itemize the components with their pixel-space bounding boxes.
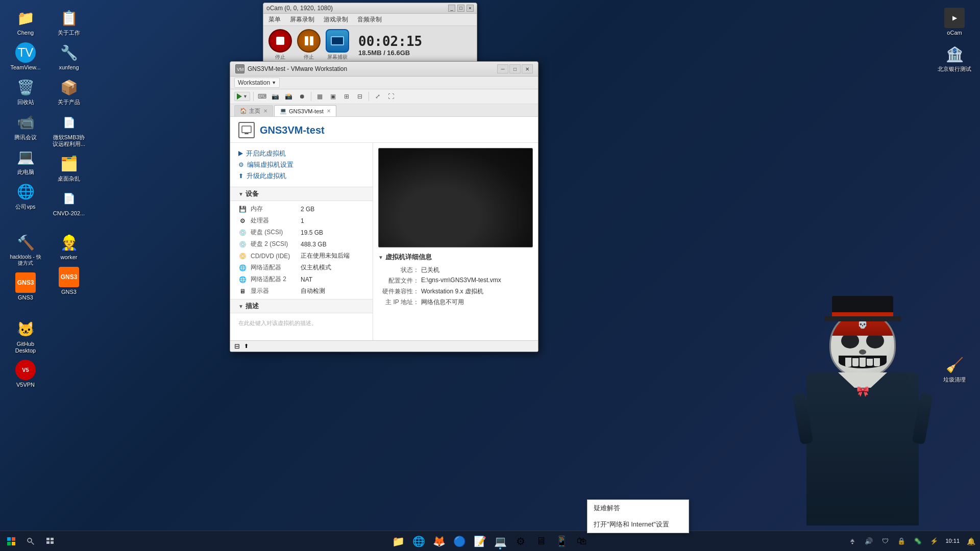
hardware-value: Workstation 9.x 虚拟机 [421, 287, 483, 296]
nic1-name: 网络适配器 [251, 263, 297, 272]
context-menu-item-troubleshoot[interactable]: 疑难解答 [587, 500, 689, 516]
desktop-icon-worker[interactable]: 👷 worker [48, 230, 89, 263]
tray-volume-icon[interactable]: 🔊 [862, 534, 876, 548]
memory-value: 2 GB [301, 206, 314, 213]
tray-security-icon[interactable]: 🛡 [878, 534, 892, 548]
products-label: 关于产品 [58, 99, 80, 106]
desktop-icon-tencent[interactable]: 📹 腾讯会议 [5, 110, 46, 143]
tb-send-keys-button[interactable]: ⌨ [257, 91, 268, 102]
devices-section-header[interactable]: ▼ 设备 [230, 187, 373, 201]
tb-view1-button[interactable]: ▦ [314, 91, 326, 102]
v5vpn-icon: V5 [15, 360, 36, 380]
workstation-menu-button[interactable]: Workstation ▼ [234, 78, 280, 88]
search-button[interactable] [21, 532, 40, 550]
start-vm-link[interactable]: 开启此虚拟机 [238, 148, 364, 159]
start-button[interactable] [2, 532, 20, 550]
ocam-close-button[interactable]: × [467, 5, 474, 12]
tab-gns3vm[interactable]: 💻 GNS3VM-test ✕ [274, 105, 336, 116]
taskbar-app-files[interactable]: 📁 [389, 532, 407, 550]
desktop-icon-xunfeng[interactable]: 🔧 xunfeng [48, 40, 89, 73]
ocam-stop-button[interactable] [268, 29, 292, 53]
desktop-icon-ocam[interactable]: ▶ oCam [934, 5, 975, 39]
desktop-icon-companyvps[interactable]: 🌐 公司vps [5, 179, 46, 213]
hdd2-icon: 💿 [238, 240, 247, 248]
memory-icon: 💾 [238, 205, 247, 213]
vmware-minimize-button[interactable]: ─ [497, 64, 508, 73]
vm-details-title: 虚拟机详细信息 [385, 253, 432, 262]
tb-fullscreen-button[interactable]: ⛶ [385, 91, 397, 102]
desktop-icon-aboutwork[interactable]: 📋 关于工作 [48, 5, 89, 39]
taskbar-app-unknown[interactable]: 📱 [552, 532, 571, 550]
ocam-screen-button[interactable] [326, 29, 349, 53]
tab-gns3vm-close-icon[interactable]: ✕ [327, 108, 331, 114]
desktop-icon-products[interactable]: 📦 关于产品 [48, 74, 89, 108]
taskbar-app-terminal[interactable]: 🖥 [532, 532, 550, 550]
taskbar-app-chrome[interactable]: 🔵 [450, 532, 469, 550]
vm-name-title: GNS3VM-test [260, 124, 325, 136]
description-section-header[interactable]: ▼ 描述 [230, 299, 373, 313]
play-button[interactable]: ▼ [234, 92, 250, 101]
desktop-icon-gns3a[interactable]: GNS3 GNS3 [5, 270, 46, 304]
vm-preview[interactable] [378, 148, 533, 247]
svg-text:VM: VM [237, 67, 244, 72]
desktop-icon-v5vpn[interactable]: V5 V5VPN [5, 357, 46, 391]
ocam-stop-label: 停止 [275, 54, 285, 61]
tb-screenshot-button[interactable]: 📷 [270, 91, 281, 102]
tb-record-button[interactable]: ⏺ [297, 91, 308, 102]
notification-button[interactable]: 🔔 [964, 534, 978, 548]
tray-antivirus-icon[interactable]: 🦠 [911, 534, 925, 548]
tray-vpn-icon[interactable]: 🔒 [894, 534, 909, 548]
cpu-icon: ⚙ [238, 217, 247, 225]
task-view-button[interactable] [41, 532, 59, 550]
taskbar-app-store[interactable]: 🛍 [573, 532, 591, 550]
ocam-pause-button[interactable] [297, 29, 321, 53]
ocam-menu-menu[interactable]: 菜单 [266, 15, 283, 24]
desktop-icon-cheng[interactable]: 📁 Cheng [5, 5, 46, 39]
ocam-maximize-button[interactable]: □ [457, 5, 464, 12]
vmware-maximize-button[interactable]: □ [509, 64, 521, 73]
edit-vm-link[interactable]: ⚙ 编辑虚拟机设置 [238, 159, 364, 170]
desktop-icon-cleanup[interactable]: 🧹 垃圾清理 [934, 352, 975, 386]
statusbar-expand-icon: ⬆ [244, 343, 249, 349]
desktop-icon-bank[interactable]: 🏦 北京银行测试 [934, 41, 975, 75]
tb-view3-button[interactable]: ⊞ [341, 91, 352, 102]
tab-home-close-icon[interactable]: ✕ [263, 108, 267, 114]
system-clock[interactable]: 10:11 [943, 536, 962, 546]
taskbar-app-word[interactable]: 📝 [471, 532, 489, 550]
desktop-icon-cnvd[interactable]: 📄 CNVD-202... [48, 186, 89, 219]
tray-misc-icon[interactable]: ⚡ [927, 534, 941, 548]
tray-network-icon[interactable] [845, 534, 860, 548]
xunfeng-label: xunfeng [59, 64, 79, 71]
desktop-icon-recycle[interactable]: 🗑️ 回收站 [5, 74, 46, 108]
upgrade-vm-link[interactable]: ⬆ 升级此虚拟机 [238, 170, 364, 182]
config-value: E:\gns-vm\GNS3VM-test.vmx [421, 277, 501, 284]
tab-home[interactable]: 🏠 主页 ✕ [234, 105, 273, 116]
taskbar-app-browser1[interactable]: 🌐 [409, 532, 428, 550]
desktop-icon-hacktools[interactable]: 🔨 hacktools - 快捷方式 [5, 230, 46, 269]
ocam-minimize-button[interactable]: _ [448, 5, 455, 12]
vmware-window-controls: ─ □ ✕ [497, 64, 533, 73]
desktop-icon-desktopclutter[interactable]: 🗂️ 桌面杂乱 [48, 151, 89, 185]
tb-fit-button[interactable]: ⤢ [372, 91, 383, 102]
tb-view2-button[interactable]: ▣ [328, 91, 339, 102]
taskbar-app-firefox[interactable]: 🦊 [430, 532, 448, 550]
tab-gns3vm-label: GNS3VM-test [289, 108, 324, 114]
ocam-menu-audio[interactable]: 音频录制 [355, 15, 384, 24]
statusbar-icon: ⊟ [234, 342, 240, 350]
desktop-icon-gns3b[interactable]: GNS3 GNS3 [48, 264, 89, 298]
taskbar-left [2, 532, 59, 550]
taskbar-app-settings[interactable]: ⚙ [511, 532, 530, 550]
desktop-icon-thispc[interactable]: 💻 此电脑 [5, 144, 46, 178]
desktop-icon-teamviewer[interactable]: TV TeamView... [5, 40, 46, 73]
cpu-name: 处理器 [251, 216, 297, 225]
context-menu-item-network-settings[interactable]: 打开"网络和 Internet"设置 [587, 516, 689, 533]
nic2-name: 网络适配器 2 [251, 275, 297, 284]
ocam-menu-screen[interactable]: 屏幕录制 [288, 15, 316, 24]
ocam-menu-game[interactable]: 游戏录制 [322, 15, 350, 24]
desktop-icon-github[interactable]: 🐱 GitHubDesktop [5, 316, 46, 357]
vmware-close-button[interactable]: ✕ [522, 64, 533, 73]
tb-snapshot-button[interactable]: 📸 [283, 91, 295, 102]
desktop-icon-smb3[interactable]: 📄 微软SMB3协议远程利用... [48, 110, 89, 150]
taskbar-app-vmware[interactable]: 💻 [491, 532, 509, 550]
tb-view4-button[interactable]: ⊟ [354, 91, 365, 102]
